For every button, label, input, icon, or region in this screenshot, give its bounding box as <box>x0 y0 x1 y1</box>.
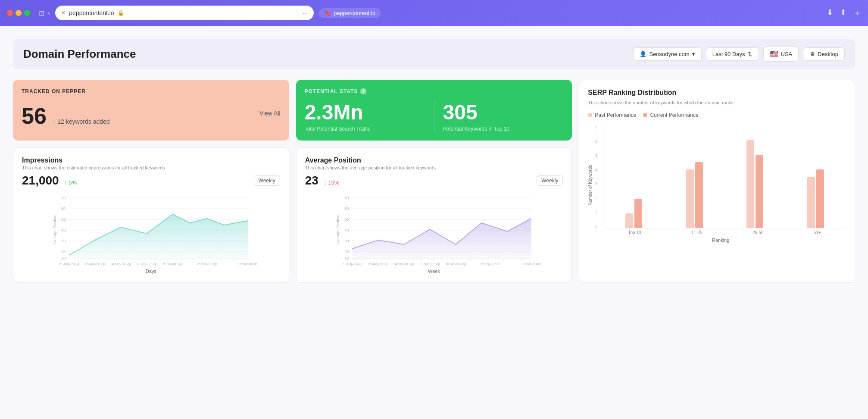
svg-text:02 Oct-08 Oct: 02 Oct-08 Oct <box>239 263 258 266</box>
bar-group-51plus <box>807 169 824 228</box>
back-button[interactable]: ‹ <box>48 9 50 17</box>
sidebar-toggle-button[interactable]: ⊡ <box>39 9 44 17</box>
svg-text:11 Sep-17 Sep: 11 Sep-17 Sep <box>137 263 157 266</box>
svg-text:04 Sep-10 Sep: 04 Sep-10 Sep <box>394 263 414 266</box>
more-icon[interactable]: ··· <box>303 9 308 16</box>
keywords-value: 305 <box>443 101 564 124</box>
serp-card-title: SERP Ranking Distribution <box>588 89 846 97</box>
svg-text:28 Aug-03 Sep: 28 Aug-03 Sep <box>368 263 388 266</box>
date-range-label: Last 90 Days <box>712 51 745 57</box>
domain-selector-label: Sensodyne.com <box>649 51 689 57</box>
avg-position-chart: 70 60 50 40 30 20 10 Average Position <box>305 193 563 266</box>
up-arrow-icon: ↑ <box>53 118 56 125</box>
current-dot <box>643 113 647 117</box>
svg-text:30: 30 <box>61 239 66 243</box>
info-icon: i <box>360 88 366 94</box>
past-performance-legend: Past Performance <box>588 112 636 118</box>
impressions-chart: 70 60 50 40 30 20 10 Average Position <box>22 193 280 266</box>
y-axis-label: Number of Keywords <box>588 165 593 205</box>
serp-legend: Past Performance Current Performance <box>588 112 846 118</box>
traffic-label: Total Potential Search Traffic <box>305 126 425 132</box>
avg-position-change: ↓ 15% <box>324 179 339 186</box>
y-label-7: 7 <box>595 125 597 129</box>
impressions-card: Impressions This chart shows the estimat… <box>13 147 289 283</box>
y-label-4: 4 <box>595 168 597 172</box>
avg-position-card: Average Position This chart shows the av… <box>296 147 572 283</box>
svg-text:11 Sep-17 Sep: 11 Sep-17 Sep <box>420 263 440 266</box>
desktop-icon: 🖥 <box>809 51 815 57</box>
favicon-icon: ✕ <box>61 10 66 16</box>
current-performance-legend: Current Performance <box>643 112 698 118</box>
svg-text:40: 40 <box>61 228 66 232</box>
impressions-value: 21,000 <box>22 174 59 187</box>
svg-text:40: 40 <box>344 228 349 232</box>
y-label-1: 1 <box>595 210 597 214</box>
browser-nav: ⊡ ‹ <box>39 9 50 17</box>
impressions-period-selector[interactable]: Weekly <box>254 175 280 186</box>
svg-text:10: 10 <box>61 256 66 260</box>
new-tab-icon[interactable]: ＋ <box>853 8 861 18</box>
page-header: Domain Performance 👤 Sensodyne.com ▾ Las… <box>13 39 855 69</box>
y-label-0: 0 <box>595 224 597 228</box>
impressions-change: ↑ 5% <box>64 179 77 186</box>
past-label: Past Performance <box>595 112 636 118</box>
traffic-stat: 2.3Mn Total Potential Search Traffic <box>305 101 434 132</box>
sort-icon: ⇅ <box>748 51 752 57</box>
maximize-button[interactable] <box>24 10 30 16</box>
potential-card-title: POTENTIAL STATS i <box>305 88 564 94</box>
bar-1125-past <box>686 169 694 228</box>
avg-position-period-selector[interactable]: Weekly <box>537 175 563 186</box>
svg-text:25 Sep-01 Sep: 25 Sep-01 Sep <box>197 263 217 266</box>
lock-icon: 🔒 <box>118 10 124 16</box>
browser-actions: ⬇ ⬆ ＋ <box>827 8 861 18</box>
browser-tab[interactable]: 🔖 peppercontent.io <box>319 8 381 18</box>
svg-text:02 Oct-08 Oct: 02 Oct-08 Oct <box>521 263 540 266</box>
address-bar[interactable]: ✕ peppercontent.io 🔒 ··· <box>55 6 314 20</box>
keywords-added-text: ↑ 12 keywords added <box>53 118 109 125</box>
svg-text:50: 50 <box>344 217 349 222</box>
x-label-2650: 26-50 <box>752 230 764 235</box>
potential-stats-card: POTENTIAL STATS i 2.3Mn Total Potential … <box>296 80 572 141</box>
bar-chart-area: Number of Keywords 7 6 5 4 3 2 <box>588 125 846 246</box>
svg-text:18 Sep-24 Sep: 18 Sep-24 Sep <box>446 263 466 266</box>
y-label-3: 3 <box>595 181 597 186</box>
avg-position-card-title: Average Position <box>305 156 563 164</box>
keywords-stat: 305 Potential Keywords in Top 10 <box>434 101 564 132</box>
tracked-on-pepper-card: TRACKED ON PEPPER 56 ↑ 12 keywords added… <box>13 80 289 141</box>
close-button[interactable] <box>7 10 13 16</box>
bar-51plus-past <box>807 177 815 228</box>
share-icon[interactable]: ⬆ <box>840 8 846 18</box>
current-label: Current Performance <box>650 112 698 118</box>
avg-position-x-axis-label: Week <box>305 269 563 274</box>
svg-text:10: 10 <box>344 256 349 260</box>
tracked-card-title: TRACKED ON PEPPER <box>22 88 281 94</box>
serp-bar-chart: Number of Keywords 7 6 5 4 3 2 <box>588 125 846 246</box>
download-icon[interactable]: ⬇ <box>827 8 833 18</box>
keywords-label: Potential Keywords in Top 10 <box>443 126 564 132</box>
minimize-button[interactable] <box>16 10 22 16</box>
past-dot <box>588 113 592 117</box>
header-controls: 👤 Sensodyne.com ▾ Last 90 Days ⇅ 🇺🇸 USA … <box>633 47 845 62</box>
date-range-selector[interactable]: Last 90 Days ⇅ <box>706 47 759 61</box>
serp-card-subtitle: This chart shows the number of keywords … <box>588 100 846 105</box>
traffic-lights <box>7 10 30 16</box>
svg-text:04 Sep-10 Sep: 04 Sep-10 Sep <box>111 263 131 266</box>
bar-2650-past <box>746 140 754 228</box>
domain-selector[interactable]: 👤 Sensodyne.com ▾ <box>633 47 701 61</box>
view-all-button[interactable]: View All <box>259 110 281 117</box>
flag-icon: 🇺🇸 <box>770 50 778 58</box>
device-label: Desktop <box>818 51 838 57</box>
bar-top10-past <box>625 213 633 228</box>
impressions-card-title: Impressions <box>22 156 280 164</box>
country-label: USA <box>781 51 793 57</box>
impressions-metric-row: 21,000 ↑ 5% Weekly <box>22 174 280 188</box>
browser-chrome: ⊡ ‹ ✕ peppercontent.io 🔒 ··· 🔖 peppercon… <box>0 0 868 26</box>
device-selector[interactable]: 🖥 Desktop <box>803 47 845 61</box>
bar-group-1125 <box>686 162 703 228</box>
x-axis-label: Ranking <box>595 238 846 243</box>
country-selector[interactable]: 🇺🇸 USA <box>763 47 799 62</box>
x-label-51plus: 51+ <box>814 230 821 235</box>
bar-group-2650 <box>746 140 763 228</box>
y-label-2: 2 <box>595 196 597 200</box>
impressions-card-subtitle: This chart shows the estimated impressio… <box>22 165 280 170</box>
